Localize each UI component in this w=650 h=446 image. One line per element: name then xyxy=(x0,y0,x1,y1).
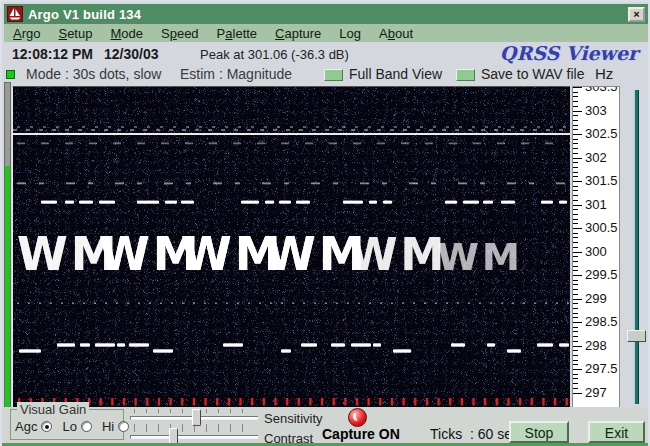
axis-major-tick xyxy=(573,275,582,276)
axis-major-tick xyxy=(573,111,582,112)
menu-log[interactable]: Log xyxy=(330,26,370,41)
gain-hi-radio[interactable] xyxy=(118,421,129,432)
menu-about[interactable]: About xyxy=(370,26,422,41)
fsk-dash xyxy=(80,344,90,347)
axis-minor-tick xyxy=(573,270,578,271)
contrast-track[interactable] xyxy=(130,435,258,439)
spectrogram-canvas[interactable]: WMWMWMWMWMWM xyxy=(12,86,570,407)
menu-setup[interactable]: Setup xyxy=(49,26,101,41)
axis-major-tick xyxy=(573,393,582,394)
axis-minor-tick xyxy=(573,115,578,116)
title-bar[interactable]: Argo V1 build 134 × xyxy=(4,4,648,24)
brand-logo: QRSS Viewer xyxy=(500,42,638,64)
time-tick xyxy=(100,398,102,406)
axis-unit-label: Hz xyxy=(595,65,613,82)
time-tick xyxy=(274,398,276,406)
level-meter xyxy=(4,82,11,444)
morse-dash xyxy=(279,201,291,204)
time-tick xyxy=(554,398,556,406)
estim-readout: Estim : Magnitude xyxy=(180,66,292,82)
axis-minor-tick xyxy=(573,153,578,154)
axis-minor-tick xyxy=(573,360,578,361)
fsk-dash xyxy=(393,350,411,353)
axis-minor-tick xyxy=(573,190,578,191)
time-tick xyxy=(193,398,195,406)
wm-signal-text: WM xyxy=(437,235,523,279)
time-tick xyxy=(519,398,521,406)
axis-minor-tick xyxy=(573,388,578,389)
time-tick xyxy=(368,398,370,406)
menu-bar: ArgoSetupModeSpeedPaletteCaptureLogAbout xyxy=(4,24,648,42)
time-tick xyxy=(379,398,381,406)
time-tick xyxy=(566,398,568,406)
gain-agc-label: Agc xyxy=(15,419,37,434)
fsk-dash xyxy=(281,350,291,353)
morse-dash xyxy=(463,201,479,204)
time-tick xyxy=(542,398,544,406)
axis-minor-tick xyxy=(573,294,578,295)
morse-dash xyxy=(165,201,177,204)
time-tick xyxy=(169,398,171,406)
axis-major-tick xyxy=(573,228,582,229)
axis-label-300.5: 300.5 xyxy=(585,221,618,235)
time-tick xyxy=(391,398,393,406)
scrollbar-thumb[interactable] xyxy=(627,330,646,342)
stop-button[interactable]: Stop xyxy=(509,421,569,443)
axis-minor-tick xyxy=(573,214,578,215)
time-tick xyxy=(321,398,323,406)
exit-button[interactable]: Exit xyxy=(588,421,645,443)
gain-lo-radio[interactable] xyxy=(81,421,92,432)
morse-dash xyxy=(65,201,74,204)
menu-capture[interactable]: Capture xyxy=(266,26,330,41)
close-button[interactable]: × xyxy=(628,7,645,22)
morse-dash xyxy=(41,201,57,204)
fsk-dash xyxy=(351,344,371,347)
axis-major-tick xyxy=(573,369,582,370)
axis-minor-tick xyxy=(573,256,578,257)
menu-palette[interactable]: Palette xyxy=(208,26,266,41)
save-wav-checkbox[interactable] xyxy=(456,69,475,81)
axis-label-298.5: 298.5 xyxy=(585,315,618,329)
activity-led-icon xyxy=(6,70,15,79)
capture-status: Capture ON xyxy=(322,426,400,442)
menu-mode[interactable]: Mode xyxy=(101,26,152,41)
axis-minor-tick xyxy=(573,374,578,375)
axis-label-301.5: 301.5 xyxy=(585,174,618,188)
control-bar: Visual Gain AgcLoHi Sensitivity Contrast… xyxy=(2,407,650,443)
axis-minor-tick xyxy=(573,261,578,262)
morse-dash xyxy=(383,201,392,204)
time-tick xyxy=(123,398,125,406)
axis-minor-tick xyxy=(573,350,578,351)
gain-agc-radio[interactable] xyxy=(41,421,52,432)
full-band-view-checkbox[interactable] xyxy=(324,69,343,81)
axis-major-tick xyxy=(573,181,582,182)
axis-minor-tick xyxy=(573,237,578,238)
time-tick xyxy=(356,398,358,406)
axis-label-297: 297 xyxy=(585,386,607,400)
axis-minor-tick xyxy=(573,336,578,337)
menu-speed[interactable]: Speed xyxy=(152,26,208,41)
axis-minor-tick xyxy=(573,139,578,140)
morse-dash xyxy=(181,201,194,204)
scrollbar-track[interactable] xyxy=(634,90,639,404)
visual-gain-title: Visual Gain xyxy=(17,402,89,417)
axis-minor-tick xyxy=(573,317,578,318)
axis-label-302: 302 xyxy=(585,151,607,165)
save-wav-label: Save to WAV file xyxy=(481,66,584,82)
axis-major-tick xyxy=(573,205,582,206)
frequency-axis: 303.5303302.5302301.5301300.5300299.5299… xyxy=(572,86,620,410)
fsk-dash xyxy=(117,344,125,347)
axis-minor-tick xyxy=(573,186,578,187)
axis-minor-tick xyxy=(573,106,578,107)
fsk-dash xyxy=(373,344,381,347)
time-tick xyxy=(461,398,463,406)
axis-minor-tick xyxy=(573,355,578,356)
frequency-scrollbar[interactable] xyxy=(622,86,650,410)
sensitivity-slider[interactable] xyxy=(130,410,258,426)
axis-minor-tick xyxy=(573,378,578,379)
axis-minor-tick xyxy=(573,125,578,126)
fsk-dash xyxy=(487,344,495,347)
menu-argo[interactable]: Argo xyxy=(4,26,49,41)
fsk-dash xyxy=(451,344,465,347)
fsk-dash xyxy=(153,350,173,353)
